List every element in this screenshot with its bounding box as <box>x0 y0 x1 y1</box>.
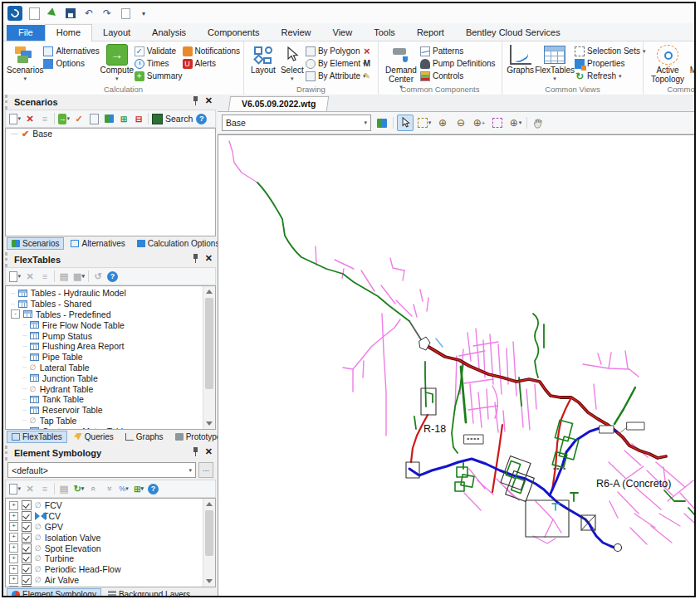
symbology-tree-item[interactable]: +∅Hydropneumatic Tank <box>9 585 215 587</box>
flextables-scrollbar[interactable] <box>203 286 215 429</box>
new-symbology-icon[interactable]: ▾ <box>9 483 21 495</box>
flextable-tree-item[interactable]: ┈Tank Table <box>9 394 215 405</box>
new-table-icon[interactable]: ▾ <box>9 270 21 282</box>
pump-definitions-button[interactable]: Pump Definitions <box>420 58 498 69</box>
document-tab[interactable]: V6.05.09.2022.wtg <box>228 96 330 111</box>
help-icon[interactable]: ? <box>148 484 159 495</box>
scenario-report-icon[interactable] <box>88 113 100 124</box>
visibility-checkbox[interactable] <box>22 586 32 587</box>
graphs-button[interactable]: Graphs <box>506 43 535 76</box>
select-elements-icon[interactable]: %▾ <box>118 483 130 495</box>
by-attribute-button[interactable]: By Attribute▾ <box>306 71 362 81</box>
scenario-control-icon[interactable] <box>374 115 389 130</box>
close-icon[interactable]: ✕ <box>205 254 213 263</box>
flextable-tree-item[interactable]: ┈∅Hydrant Table <box>9 383 215 394</box>
symbology-scrollbar[interactable] <box>203 499 215 587</box>
flextable-tree-item[interactable]: -Tables - Predefined <box>9 309 215 320</box>
help-icon[interactable]: ? <box>107 271 118 282</box>
tab-background-layers[interactable]: Background Layers <box>103 588 195 598</box>
flextable-tree-item[interactable]: ┈Tables - Hydraulic Model <box>9 288 215 299</box>
modelbuilder-button[interactable]: ModelBuilder <box>688 43 696 76</box>
rename-table-icon[interactable]: ≡ <box>39 270 51 282</box>
network-map-canvas[interactable]: R-18 R6-A (Concreto) <box>218 134 696 597</box>
tab-file[interactable]: File <box>7 25 45 41</box>
print-preview-icon[interactable] <box>119 7 132 20</box>
station-boxes[interactable] <box>406 388 595 537</box>
flextable-tree-item[interactable]: ┈∅Tap Table <box>9 416 215 426</box>
symbology-tree-item[interactable]: +∅Isolation Valve <box>9 532 215 543</box>
tab-report[interactable]: Report <box>406 25 455 41</box>
selection-sets-button[interactable]: Selection Sets▾ <box>575 46 639 56</box>
by-element-button[interactable]: By Element▾ <box>306 58 362 69</box>
symbology-tree-item[interactable]: +∅GPV <box>9 522 215 533</box>
tab-calculation-options[interactable]: Calculation Options <box>132 237 225 250</box>
tab-review[interactable]: Review <box>270 25 321 41</box>
expand-expander-icon[interactable]: + <box>9 512 18 521</box>
active-topology-button[interactable]: Active Topology <box>647 43 688 84</box>
options-button[interactable]: Options <box>43 58 99 69</box>
make-current-icon[interactable]: ✓ <box>73 113 85 124</box>
tab-home[interactable]: Home <box>45 24 92 41</box>
refresh-button[interactable]: ↻Refresh▾ <box>575 71 639 81</box>
help-icon[interactable]: ? <box>196 114 207 124</box>
pin-icon[interactable] <box>193 96 198 105</box>
flextable-tree-item[interactable]: ┈Pipe Table <box>9 352 215 363</box>
scenarios-button[interactable]: Scenarios▾ <box>7 43 43 81</box>
pin-icon[interactable] <box>193 254 198 263</box>
symbology-tree-item[interactable]: +∅Spot Elevation <box>9 543 215 553</box>
redo-icon[interactable]: ↷ <box>100 7 114 20</box>
visibility-checkbox[interactable] <box>22 522 32 532</box>
symbology-more-button[interactable]: ... <box>198 462 213 478</box>
new-document-icon[interactable] <box>27 7 41 20</box>
expand-expander-icon[interactable]: + <box>9 533 18 542</box>
compute-scenario-icon[interactable]: →▾ <box>58 113 70 124</box>
visibility-checkbox[interactable] <box>22 543 32 553</box>
expand-expander-icon[interactable]: + <box>9 543 18 553</box>
patterns-button[interactable]: Patterns <box>420 46 498 56</box>
flextable-tree-item[interactable]: ┈Customer Meter Table <box>9 426 215 430</box>
visibility-checkbox[interactable] <box>22 511 32 521</box>
flextable-tree-item[interactable]: ┈Pump Status <box>9 330 215 341</box>
properties-button[interactable]: Properties <box>575 58 639 69</box>
tab-element-symbology[interactable]: Element Symbology <box>7 588 101 598</box>
tab-queries[interactable]: Queries <box>69 431 119 443</box>
visibility-checkbox[interactable] <box>22 553 32 563</box>
zoom-previous-icon[interactable]: ⊕▾ <box>508 115 523 130</box>
select-tool-icon[interactable] <box>397 114 414 131</box>
tab-tools[interactable]: Tools <box>363 25 406 41</box>
close-icon[interactable]: ✕ <box>205 96 213 105</box>
symbology-definition-select[interactable]: <default>▾ <box>7 462 196 478</box>
open-table-icon[interactable]: ▦▾ <box>73 270 85 282</box>
search-button[interactable]: Search <box>152 114 193 124</box>
tab-components[interactable]: Components <box>197 25 270 41</box>
expand-expander-icon[interactable]: + <box>9 522 18 531</box>
symbology-tree-item[interactable]: +∅FCV <box>9 500 215 511</box>
collapse-expander-icon[interactable]: - <box>11 309 20 319</box>
expand-all-icon[interactable]: « <box>103 483 115 495</box>
edit-table-icon[interactable]: ▤ <box>58 270 70 282</box>
rename-scenario-icon[interactable]: ≡ <box>39 113 51 124</box>
collapse-all-icon[interactable]: « <box>88 483 100 495</box>
undo-icon[interactable]: ↺ <box>92 270 104 282</box>
refresh-symbology-icon[interactable]: ↻▾ <box>73 483 85 495</box>
undo-icon[interactable]: ↶ <box>82 7 95 20</box>
close-icon[interactable]: ✕ <box>205 447 213 456</box>
tab-scenarios[interactable]: Scenarios <box>7 237 64 250</box>
new-folder-icon[interactable]: ⊞▾ <box>133 483 144 495</box>
layout-button[interactable]: Layout <box>247 43 279 76</box>
tab-view[interactable]: View <box>322 25 364 41</box>
scenario-selector[interactable]: Base▾ <box>222 114 371 131</box>
tab-bentley-cloud-services[interactable]: Bentley Cloud Services <box>455 25 571 41</box>
visibility-checkbox[interactable] <box>22 533 32 543</box>
zoom-extents-icon[interactable]: ▾ <box>417 115 432 130</box>
visibility-checkbox[interactable] <box>22 564 32 574</box>
tab-layout[interactable]: Layout <box>92 25 141 41</box>
delete-table-icon[interactable]: ✕ <box>24 270 36 282</box>
flextable-tree-item[interactable]: ┈Tables - Shared <box>9 299 215 309</box>
delete-symbology-icon[interactable]: ✕ <box>24 483 36 495</box>
times-button[interactable]: Times <box>135 58 183 69</box>
zoom-window-icon[interactable]: ⊕+ <box>472 115 487 130</box>
visibility-checkbox[interactable] <box>22 500 32 510</box>
symbology-tree-item[interactable]: +TCV <box>9 511 215 522</box>
flextable-tree-item[interactable]: ┈Fire Flow Node Table <box>9 319 215 330</box>
